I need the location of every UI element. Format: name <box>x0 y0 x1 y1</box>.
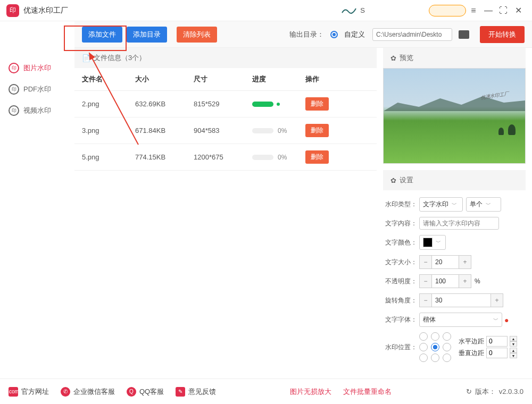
cell-dimension: 815*529 <box>194 100 252 108</box>
pos-cell[interactable] <box>443 354 451 362</box>
table-header: 文件名 大小 尺寸 进度 操作 <box>74 68 377 91</box>
cell-filename: 3.png <box>82 127 135 134</box>
progress-bar <box>252 102 273 107</box>
wm-type-select[interactable]: 文字水印﹀ <box>419 197 463 212</box>
add-dir-button[interactable]: 添加目录 <box>127 27 167 43</box>
wm-position-grid[interactable] <box>419 332 452 362</box>
sidebar-item-pdf-watermark[interactable]: 印 PDF水印 <box>0 79 74 100</box>
settings-title: 设置 <box>400 175 413 185</box>
footer: .com官方网址 ✆企业微信客服 QQQ客服 ✎意见反馈 图片无损放大 文件批量… <box>0 378 532 404</box>
chevron-down-icon: ﹀ <box>486 201 491 208</box>
pos-cell[interactable] <box>419 354 428 362</box>
footer-rename-link[interactable]: 文件批量重命名 <box>343 387 392 397</box>
footer-qq-link[interactable]: QQQ客服 <box>127 387 164 397</box>
feedback-icon: ✎ <box>176 387 185 397</box>
toolbar: 添加文件 添加目录 清除列表 输出目录： 自定义 开始转换 <box>74 21 532 48</box>
app-logo-icon: 印 <box>6 4 19 17</box>
footer-wechat-link[interactable]: ✆企业微信客服 <box>61 387 115 397</box>
pos-cell[interactable] <box>443 343 451 351</box>
cell-dimension: 904*583 <box>194 127 252 134</box>
stepper-minus-icon[interactable]: − <box>419 255 432 269</box>
spin-up-icon[interactable]: ▲ <box>510 348 517 353</box>
wm-size-stepper[interactable]: − 20 + <box>419 255 471 269</box>
main-area: 印 图片水印 印 PDF水印 印 视频水印 📄 文件信息（3个） 文件名 大小 … <box>0 48 532 377</box>
table-row: 5.png774.15KB1200*6750%删除 <box>74 144 377 171</box>
cell-progress: 0% <box>252 154 305 161</box>
wm-mode-select[interactable]: 单个﹀ <box>466 197 501 212</box>
stepper-minus-icon[interactable]: − <box>419 293 432 307</box>
pos-cell[interactable] <box>419 332 428 341</box>
wm-opacity-label: 不透明度： <box>385 277 419 286</box>
titlebar-badge[interactable] <box>429 5 466 16</box>
start-convert-button[interactable]: 开始转换 <box>480 26 525 43</box>
sidebar-label: 视频水印 <box>23 106 51 115</box>
output-path-input[interactable] <box>372 28 452 41</box>
footer-feedback-link[interactable]: ✎意见反馈 <box>176 387 216 397</box>
preview-header: ✿ 预览 <box>383 48 526 68</box>
gear-icon: ✿ <box>390 54 396 62</box>
progress-text: 0% <box>278 127 287 134</box>
wm-size-value[interactable]: 20 <box>432 255 459 269</box>
browse-folder-icon[interactable] <box>459 30 469 39</box>
vmargin-input[interactable] <box>486 348 508 358</box>
image-watermark-icon: 印 <box>9 63 19 73</box>
version-text: ↻ 版本：v2.0.3.0 <box>466 387 523 397</box>
wm-opacity-stepper[interactable]: − 100 + <box>419 274 471 288</box>
video-watermark-icon: 印 <box>9 105 19 116</box>
titlebar-scribble-text: S <box>360 6 365 14</box>
opacity-unit: % <box>475 277 480 285</box>
stepper-plus-icon[interactable]: + <box>491 293 503 307</box>
spin-down-icon[interactable]: ▼ <box>510 353 517 358</box>
stepper-plus-icon[interactable]: + <box>459 255 471 269</box>
wm-font-select[interactable]: 楷体﹀ <box>419 313 502 327</box>
sidebar: 印 图片水印 印 PDF水印 印 视频水印 <box>0 48 74 377</box>
sidebar-item-image-watermark[interactable]: 印 图片水印 <box>0 57 74 79</box>
decor-scribble-icon <box>341 5 357 16</box>
menu-icon[interactable]: ≡ <box>466 3 481 18</box>
wm-rotate-stepper[interactable]: − 30 + <box>419 293 503 307</box>
table-row: 2.png632.69KB815*529删除 <box>74 91 377 117</box>
refresh-icon[interactable]: ↻ <box>466 388 472 395</box>
clear-list-button[interactable]: 清除列表 <box>177 27 217 43</box>
spin-down-icon[interactable]: ▼ <box>510 341 517 347</box>
footer-site-link[interactable]: .com官方网址 <box>9 387 49 397</box>
close-icon[interactable]: ✕ <box>511 3 526 18</box>
chevron-down-icon: ﹀ <box>452 201 457 208</box>
wm-content-label: 文字内容： <box>385 219 419 228</box>
output-mode-text: 自定义 <box>344 30 365 39</box>
cell-progress <box>252 102 305 107</box>
cell-dimension: 1200*675 <box>194 153 252 161</box>
hmargin-input[interactable] <box>486 336 508 347</box>
delete-button[interactable]: 删除 <box>305 150 329 164</box>
pos-cell-selected[interactable] <box>431 343 439 351</box>
wm-opacity-value[interactable]: 100 <box>432 274 459 288</box>
stepper-minus-icon[interactable]: − <box>419 274 432 288</box>
wm-color-select[interactable]: ﹀ <box>419 235 446 250</box>
cell-progress: 0% <box>252 127 305 134</box>
table-row: 3.png671.84KB904*5830%删除 <box>74 117 377 144</box>
maximize-icon[interactable]: ⛶ <box>496 3 511 18</box>
warning-icon: ● <box>504 316 509 324</box>
wechat-icon: ✆ <box>61 387 70 397</box>
wm-content-input[interactable] <box>419 217 499 230</box>
pos-cell[interactable] <box>419 343 428 351</box>
pos-cell[interactable] <box>431 354 439 362</box>
progress-done-icon <box>277 103 280 106</box>
spin-up-icon[interactable]: ▲ <box>510 336 517 341</box>
pos-cell[interactable] <box>431 332 439 341</box>
delete-button[interactable]: 删除 <box>305 124 329 137</box>
output-mode-radio[interactable] <box>330 31 338 38</box>
delete-button[interactable]: 删除 <box>305 97 329 111</box>
minimize-icon[interactable]: — <box>481 3 496 18</box>
footer-enlarge-link[interactable]: 图片无损放大 <box>290 387 331 397</box>
preview-image: 优速水印工厂 <box>383 68 526 164</box>
sidebar-item-video-watermark[interactable]: 印 视频水印 <box>0 100 74 121</box>
gear-icon: ✿ <box>390 176 396 184</box>
add-file-button[interactable]: 添加文件 <box>82 27 122 43</box>
col-dimension: 尺寸 <box>194 74 252 84</box>
settings-header: ✿ 设置 <box>383 170 526 190</box>
wm-rotate-value[interactable]: 30 <box>432 293 491 307</box>
pos-cell[interactable] <box>443 332 451 341</box>
app-title: 优速水印工厂 <box>23 6 68 15</box>
stepper-plus-icon[interactable]: + <box>459 274 471 288</box>
